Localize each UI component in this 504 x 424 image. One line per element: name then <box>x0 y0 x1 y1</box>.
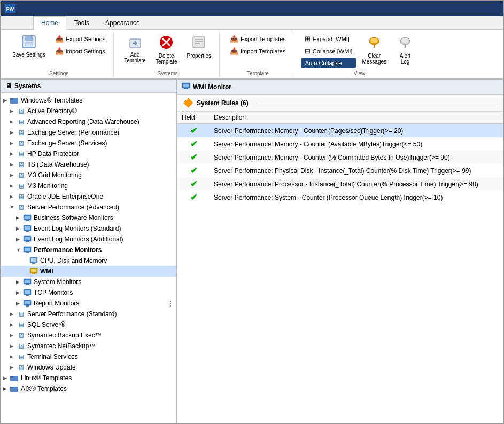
expand-wmi-label: Expand [WMI] <box>313 36 350 42</box>
properties-icon <box>191 35 206 52</box>
tree-item-m3-grid[interactable]: ▶ 🖥 M3 Grid Monitoring <box>1 170 176 180</box>
monitor-icon-20: 🖥 <box>16 310 26 318</box>
tree-item-oracle-jde[interactable]: ▶ 🖥 Oracle JDE EnterpriseOne <box>1 191 176 202</box>
tree-item-windows-templates[interactable]: ▶ Windows® Templates <box>1 95 176 106</box>
tree-item-m3-monitoring[interactable]: ▶ 🖥 M3 Monitoring <box>1 180 176 191</box>
tree-item-wmi[interactable]: WMI <box>1 266 176 277</box>
svg-point-17 <box>370 38 378 43</box>
tree-item-symantec-netbackup[interactable]: ▶ 🖥 Symantec NetBackup™ <box>1 341 176 351</box>
tree-item-aix-templates[interactable]: ▶ AIX® Templates <box>1 383 176 394</box>
tab-tools[interactable]: Tools <box>66 16 97 30</box>
tree-item-event-log-additional[interactable]: ▶ Event Log Monitors (Additional) <box>1 234 176 245</box>
table-row[interactable]: ✔ Server Performance: Physical Disk - In… <box>177 164 503 177</box>
import-templates-button[interactable]: 📥 Import Templates <box>226 45 290 57</box>
clear-messages-label: ClearMessages <box>362 53 386 65</box>
screen-icon-14 <box>22 246 32 254</box>
svg-rect-35 <box>26 252 29 253</box>
screen-icon-17 <box>22 278 32 286</box>
collapse-wmi-button[interactable]: ⊟ Collapse [WMI] <box>301 45 356 57</box>
tree-item-business-software[interactable]: ▶ Business Software Monitors <box>1 213 176 223</box>
monitor-icon-6: 🖥 <box>16 160 26 169</box>
export-templates-button[interactable]: 📤 Export Templates <box>226 33 290 44</box>
add-template-button[interactable]: AddTemplate <box>120 32 150 66</box>
svg-rect-49 <box>25 301 30 304</box>
tree-item-terminal-services[interactable]: ▶ 🖥 Terminal Services <box>1 351 176 362</box>
main-area: 🖥 Systems ▶ Windows® Templates ▶ 🖥 Activ… <box>1 80 503 423</box>
tree-item-iis[interactable]: ▶ 🖥 IIS (Data Warehouse) <box>1 159 176 170</box>
delete-template-button[interactable]: DeleteTemplate <box>152 32 181 67</box>
tree-label: Event Log Monitors (Additional) <box>34 235 123 243</box>
alert-log-button[interactable]: AlertLog <box>392 32 418 67</box>
tree-item-active-directory[interactable]: ▶ 🖥 Active Directory® <box>1 106 176 116</box>
right-panel: WMI Monitor 🔶 System Rules (6) Held Desc… <box>177 80 503 423</box>
check-icon: ✔ <box>190 193 197 202</box>
tree-item-server-perf-advanced[interactable]: ▼ 🖥 Server Performance (Advanced) <box>1 202 176 213</box>
screen-icon-12 <box>22 224 32 233</box>
monitor-icon-22: 🖥 <box>16 331 26 340</box>
clear-messages-button[interactable]: ClearMessages <box>358 32 390 67</box>
right-panel-header: WMI Monitor <box>177 80 503 95</box>
svg-rect-38 <box>32 263 35 264</box>
expand-wmi-button[interactable]: ⊞ Expand [WMI] <box>301 33 356 44</box>
monitor-icon-2: 🖥 <box>16 117 26 126</box>
alert-log-icon <box>398 35 413 52</box>
left-panel-title: Systems <box>14 82 41 90</box>
systems-group-label: Systems <box>158 68 178 76</box>
table-row[interactable]: ✔ Server Performance: Processor - Instan… <box>177 177 503 191</box>
description-cell: Server Performance: System - Counter (Pr… <box>210 191 503 204</box>
tree-label: Business Software Monitors <box>34 214 113 222</box>
tree-label: Symantec Backup Exec™ <box>27 332 102 339</box>
tree-item-windows-update[interactable]: ▶ 🖥 Windows Update <box>1 362 176 373</box>
tree-item-cpu-disk-memory[interactable]: CPU, Disk and Memory <box>1 255 176 266</box>
svg-rect-54 <box>10 387 13 388</box>
table-row[interactable]: ✔ Server Performance: Memory - Counter (… <box>177 124 503 138</box>
tree-item-performance-monitors[interactable]: ▼ Performance Monitors <box>1 245 176 255</box>
table-row[interactable]: ✔ Server Performance: Memory - Counter (… <box>177 151 503 164</box>
screen-icon-11 <box>22 214 32 222</box>
tree-item-event-log-standard[interactable]: ▶ Event Log Monitors (Standard) <box>1 223 176 234</box>
tree-label: Oracle JDE EnterpriseOne <box>27 193 103 200</box>
table-row[interactable]: ✔ Server Performance: Memory - Counter (… <box>177 137 503 151</box>
svg-rect-31 <box>25 237 30 240</box>
auto-collapse-button[interactable]: Auto Collapse <box>301 58 356 68</box>
tree-item-sql-server[interactable]: ▶ 🖥 SQL Server® <box>1 319 176 330</box>
monitor-icon-8: 🖥 <box>16 182 26 190</box>
svg-point-20 <box>401 38 409 43</box>
tree-item-linux-templates[interactable]: ▶ Linux® Templates <box>1 373 176 383</box>
systems-icon: 🖥 <box>5 82 12 90</box>
save-settings-button[interactable]: Save Settings <box>9 32 49 60</box>
tab-home[interactable]: Home <box>33 16 66 30</box>
check-icon: ✔ <box>190 139 197 148</box>
tree-item-report-monitors[interactable]: ▶ Report Monitors ⋮ <box>1 298 176 309</box>
properties-label: Properties <box>187 53 211 59</box>
tree-item-advanced-reporting[interactable]: ▶ 🖥 Advanced Reporting (Data Warehouse) <box>1 116 176 127</box>
svg-rect-56 <box>183 84 189 87</box>
tab-appearance[interactable]: Appearance <box>97 16 148 30</box>
tree-item-system-monitors[interactable]: ▶ System Monitors <box>1 277 176 287</box>
tree-item-exchange-perf[interactable]: ▶ 🖥 Exchange Server (Performance) <box>1 127 176 138</box>
ribbon-tab-bar: Home Tools Appearance <box>1 16 503 30</box>
tree-item-hp-data-protector[interactable]: ▶ 🖥 HP Data Protector <box>1 148 176 159</box>
table-header-row: Held Description <box>177 112 503 124</box>
tree-item-tcp-monitors[interactable]: ▶ TCP Monitors <box>1 287 176 298</box>
import-templates-icon: 📥 <box>230 47 238 55</box>
tree-item-exchange-svc[interactable]: ▶ 🖥 Exchange Server (Services) <box>1 138 176 148</box>
arrow-windows-templates: ▶ <box>3 98 10 103</box>
monitor-icon-25: 🖥 <box>16 363 26 372</box>
add-icon <box>128 35 143 51</box>
rules-table: Held Description ✔ Server Performance: M… <box>177 112 503 423</box>
screen-icon-13 <box>22 235 32 244</box>
table-row[interactable]: ✔ Server Performance: System - Counter (… <box>177 191 503 204</box>
svg-rect-34 <box>25 248 30 251</box>
tree-item-symantec-backup[interactable]: ▶ 🖥 Symantec Backup Exec™ <box>1 330 176 341</box>
svg-rect-3 <box>25 36 33 41</box>
tree-label: M3 Monitoring <box>27 182 68 190</box>
tree-item-server-perf-standard[interactable]: ▶ 🖥 Server Performance (Standard) <box>1 309 176 319</box>
tree-label: Windows® Templates <box>21 97 82 104</box>
tree-label: Performance Monitors <box>34 246 102 254</box>
alert-log-label: AlertLog <box>400 53 411 65</box>
tree-label: Exchange Server (Services) <box>27 139 107 147</box>
export-settings-button[interactable]: 📤 Export Settings <box>51 33 110 44</box>
import-settings-button[interactable]: 📥 Import Settings <box>51 45 110 57</box>
properties-button[interactable]: Properties <box>183 32 215 61</box>
